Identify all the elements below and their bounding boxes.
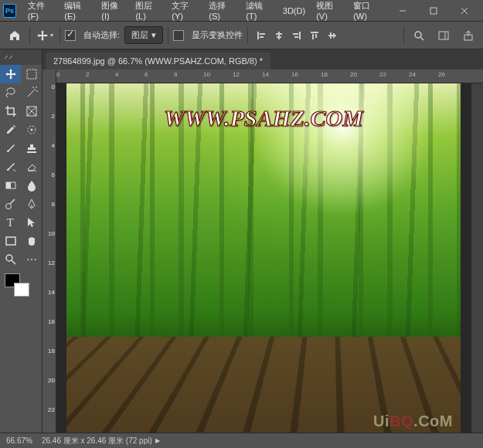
background-swatch[interactable] [14, 283, 29, 297]
menu-file[interactable]: 文件(F) [22, 0, 59, 24]
menu-image[interactable]: 图像(I) [96, 0, 130, 24]
eyedropper-icon [5, 124, 17, 136]
menu-filter[interactable]: 滤镜(T) [240, 0, 277, 24]
marquee-tool[interactable] [21, 65, 42, 83]
align-right-button[interactable] [288, 27, 305, 44]
menu-view[interactable]: 视图(V) [311, 0, 348, 24]
search-button[interactable] [409, 25, 429, 46]
horizontal-ruler[interactable]: 02468101214161820222426 [43, 70, 483, 83]
color-swatches[interactable] [0, 269, 42, 303]
clone-stamp-tool[interactable] [21, 139, 42, 158]
zoom-tool[interactable] [0, 250, 21, 269]
lasso-tool[interactable] [0, 83, 21, 102]
svg-rect-5 [260, 33, 265, 35]
svg-line-20 [420, 37, 423, 40]
align-right-icon [291, 30, 302, 41]
workspace-button[interactable] [434, 25, 454, 46]
svg-text:T: T [7, 217, 14, 229]
magic-wand-tool[interactable] [21, 83, 42, 102]
toolbox: T ⋯ [0, 65, 42, 269]
type-tool[interactable]: T [0, 213, 21, 232]
eraser-tool[interactable] [21, 158, 42, 176]
svg-rect-1 [430, 8, 437, 14]
dodge-icon [5, 198, 17, 210]
brush-icon [5, 142, 17, 154]
menu-edit[interactable]: 编辑(E) [59, 0, 96, 24]
move-tool-indicator[interactable]: ▾ [35, 25, 55, 46]
home-button[interactable] [5, 25, 25, 46]
svg-point-33 [5, 204, 11, 209]
divider [168, 27, 168, 44]
title-bar: Ps 文件(F) 编辑(E) 图像(I) 图层(L) 文字(Y) 选择(S) 滤… [0, 0, 483, 22]
align-left-button[interactable] [253, 27, 270, 44]
status-zoom[interactable]: 66.67% [6, 436, 32, 445]
pen-tool[interactable] [21, 195, 42, 213]
align-hcenter-button[interactable] [270, 27, 287, 44]
svg-rect-4 [257, 32, 259, 39]
auto-select-label: 自动选择: [83, 29, 120, 41]
vertical-scrollbar[interactable] [471, 83, 483, 433]
more-icon: ⋯ [26, 253, 37, 266]
divider [60, 27, 60, 44]
menu-window[interactable]: 窗口(W) [348, 0, 387, 24]
share-icon [463, 30, 474, 41]
menu-3d[interactable]: 3D(D) [277, 3, 311, 19]
rectangle-icon [5, 235, 17, 247]
document-tab[interactable]: 27864899.jpg @ 66.7% (WWW.PSAHZ.COM, RGB… [46, 53, 270, 70]
app-logo: Ps [3, 4, 16, 18]
svg-rect-14 [312, 34, 314, 39]
home-icon [9, 29, 21, 42]
history-brush-icon [5, 161, 17, 173]
canvas-viewport[interactable]: WWW.PSAHZ.COM UiBQ.CoM [56, 83, 471, 433]
move-tool[interactable] [0, 65, 21, 83]
auto-select-dropdown[interactable]: 图层 ▾ [124, 26, 163, 44]
frame-icon [26, 105, 38, 117]
collapse-icon [3, 54, 12, 60]
healing-icon [26, 124, 38, 136]
chevron-down-icon: ▾ [151, 30, 156, 40]
dodge-tool[interactable] [0, 195, 21, 213]
gradient-tool[interactable] [0, 176, 21, 195]
canvas-text-layer[interactable]: WWW.PSAHZ.COM [164, 105, 363, 131]
svg-rect-13 [311, 32, 318, 33]
canvas[interactable]: WWW.PSAHZ.COM UiBQ.CoM [66, 83, 461, 433]
type-icon: T [5, 216, 17, 229]
path-selection-tool[interactable] [21, 213, 42, 232]
share-button[interactable] [458, 25, 478, 46]
align-top-icon [309, 30, 320, 41]
blur-tool[interactable] [21, 176, 42, 195]
svg-rect-12 [294, 36, 298, 38]
healing-tool[interactable] [21, 120, 42, 139]
rectangle-tool[interactable] [0, 232, 21, 250]
toolbox-collapse[interactable] [0, 49, 42, 65]
svg-rect-21 [439, 32, 448, 39]
eyedropper-tool[interactable] [0, 120, 21, 139]
lasso-icon [5, 87, 17, 99]
crop-tool[interactable] [0, 102, 21, 120]
maximize-button[interactable] [418, 2, 449, 20]
frame-tool[interactable] [21, 102, 42, 120]
main-area: T ⋯ 27864899.jpg @ 66.7% (WWW.PSAHZ.COM,… [0, 49, 483, 433]
edit-toolbar[interactable]: ⋯ [21, 250, 42, 269]
auto-select-checkbox[interactable] [65, 30, 76, 41]
hand-tool[interactable] [21, 232, 42, 250]
history-brush-tool[interactable] [0, 158, 21, 176]
align-vcenter-icon [327, 30, 338, 41]
close-button[interactable] [449, 2, 480, 20]
status-flyout-icon[interactable]: ▶ [155, 437, 160, 444]
svg-rect-18 [333, 33, 335, 38]
minimize-button[interactable] [387, 2, 418, 20]
align-top-button[interactable] [306, 27, 323, 44]
menu-select[interactable]: 选择(S) [203, 0, 240, 24]
vertical-ruler[interactable]: 0246810121416182022 [43, 83, 56, 433]
svg-rect-8 [276, 33, 282, 35]
align-vcenter-button[interactable] [324, 27, 341, 44]
stamp-icon [26, 142, 38, 154]
minimize-icon [399, 7, 406, 15]
menu-layer[interactable]: 图层(L) [130, 0, 166, 24]
brush-tool[interactable] [0, 139, 21, 158]
gradient-icon [5, 179, 17, 192]
show-transform-checkbox[interactable] [173, 30, 184, 41]
menu-type[interactable]: 文字(Y) [166, 0, 203, 24]
marquee-icon [26, 68, 38, 80]
